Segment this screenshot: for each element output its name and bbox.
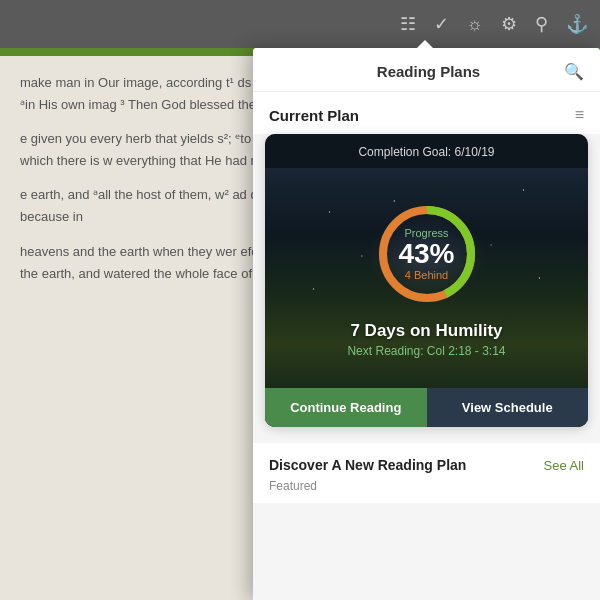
progress-behind: 4 Behind [398, 269, 454, 281]
plan-card: Completion Goal: 6/10/19 Pro [265, 134, 588, 427]
panel-body[interactable]: Current Plan ≡ Completion Goal: 6/10/19 [253, 92, 600, 600]
plan-card-header: Completion Goal: 6/10/19 [265, 134, 588, 168]
panel-search-icon[interactable]: 🔍 [564, 62, 584, 81]
panel-header: Reading Plans 🔍 [253, 48, 600, 92]
gear-icon[interactable]: ⚙ [501, 13, 517, 35]
cart-icon[interactable]: ☼ [467, 14, 484, 35]
current-plan-title: Current Plan [269, 107, 359, 124]
bookmark-check-icon[interactable]: ✓ [434, 13, 449, 35]
plan-next-reading: Next Reading: Col 2:18 - 3:14 [347, 344, 505, 358]
progress-text: Progress 43% 4 Behind [398, 226, 454, 281]
panel-title: Reading Plans [293, 63, 564, 80]
current-plan-section-header: Current Plan ≡ [253, 92, 600, 134]
view-schedule-button[interactable]: View Schedule [427, 388, 589, 427]
reading-plans-panel: Reading Plans 🔍 Current Plan ≡ Completio… [253, 48, 600, 600]
see-all-link[interactable]: See All [544, 458, 584, 473]
progress-ring-container: Progress 43% 4 Behind [372, 199, 482, 309]
plan-name: 7 Days on Humility [350, 321, 502, 341]
progress-percent: 43% [398, 238, 454, 269]
featured-label: Featured [269, 479, 584, 493]
plan-card-image: Progress 43% 4 Behind 7 Days on Humility… [265, 168, 588, 388]
bible-toolbar: ☷ ✓ ☼ ⚙ ⚲ ⚓ [0, 0, 600, 48]
discover-section: Discover A New Reading Plan See All Feat… [253, 443, 600, 503]
continue-reading-button[interactable]: Continue Reading [265, 388, 427, 427]
plan-card-actions: Continue Reading View Schedule [265, 388, 588, 427]
panel-caret [415, 40, 435, 50]
search-icon[interactable]: ⚲ [535, 13, 548, 35]
bookmark-icon[interactable]: ⚓ [566, 13, 588, 35]
list-options-icon[interactable]: ≡ [575, 106, 584, 124]
discover-title: Discover A New Reading Plan [269, 457, 466, 473]
completion-goal: Completion Goal: 6/10/19 [358, 145, 494, 159]
book-icon[interactable]: ☷ [400, 13, 416, 35]
discover-header: Discover A New Reading Plan See All [269, 457, 584, 473]
